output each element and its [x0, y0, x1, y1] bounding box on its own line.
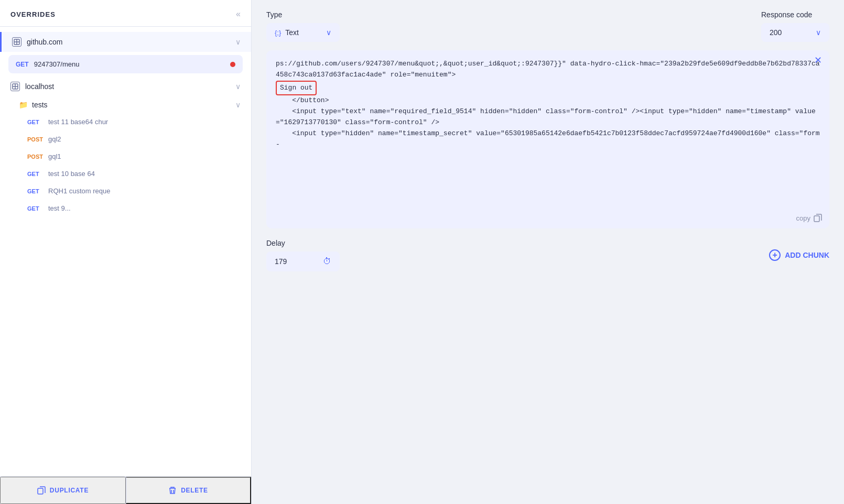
timer-icon: ⏱ — [323, 257, 331, 266]
top-row: Type {;} Text ∨ Response code 200 ∨ — [266, 10, 829, 42]
delay-input: 179 ⏱ — [266, 251, 340, 271]
active-get-path: 9247307/menu — [34, 60, 225, 68]
code-before: ps://github.com/users/9247307/menu&quot;… — [276, 60, 820, 79]
svg-rect-6 — [38, 488, 43, 494]
type-select-button[interactable]: {;} Text ∨ — [266, 23, 340, 42]
method-badge: POST — [27, 154, 48, 160]
red-dot-indicator — [230, 62, 235, 67]
add-chunk-label: ADD CHUNK — [785, 251, 829, 259]
delay-group: Delay 179 ⏱ — [266, 239, 340, 271]
chevron-down-icon: ∨ — [235, 38, 241, 46]
method-badge: GET — [27, 205, 48, 212]
type-value: Text — [285, 28, 299, 37]
test-name: gql2 — [48, 135, 61, 143]
tests-folder[interactable]: 📁 tests ∨ — [0, 96, 251, 113]
duplicate-label: DUPLICATE — [50, 487, 89, 494]
delete-icon — [168, 486, 177, 495]
github-domain-label: github.com — [27, 38, 232, 46]
sidebar-item-github[interactable]: github.com ∨ — [0, 32, 251, 52]
test-name: test 9... — [48, 204, 71, 212]
type-label: Type — [266, 10, 340, 19]
sidebar-title: OVERRIDES — [10, 10, 56, 18]
cube-icon-localhost — [10, 82, 20, 91]
folder-label: tests — [32, 101, 232, 109]
localhost-domain-label: localhost — [25, 82, 232, 91]
list-item[interactable]: GET RQH1 custom reque — [0, 182, 251, 200]
response-code-field-group: Response code 200 ∨ — [761, 10, 829, 42]
type-field-group: Type {;} Text ∨ — [266, 10, 340, 42]
sign-out-highlight: Sign out — [276, 81, 317, 96]
type-icon: {;} — [275, 29, 281, 37]
folder-chevron-icon: ∨ — [235, 101, 241, 109]
main-content: Type {;} Text ∨ Response code 200 ∨ ✕ ps… — [252, 0, 844, 504]
delay-row: Delay 179 ⏱ + ADD CHUNK — [266, 239, 829, 271]
sidebar-header: OVERRIDES « — [0, 0, 251, 27]
list-item[interactable]: POST gql2 — [0, 130, 251, 148]
method-badge: GET — [27, 188, 48, 194]
test-name: RQH1 custom reque — [48, 187, 111, 195]
active-method-badge: GET — [16, 61, 29, 68]
copy-label: copy — [796, 214, 810, 222]
close-button[interactable]: ✕ — [814, 56, 822, 65]
active-get-item[interactable]: GET 9247307/menu — [8, 55, 243, 73]
folder-icon: 📁 — [19, 101, 28, 109]
response-code-chevron-icon: ∨ — [816, 28, 821, 37]
duplicate-icon — [37, 486, 46, 495]
test-name: test 10 base 64 — [48, 170, 95, 178]
method-badge: POST — [27, 136, 48, 143]
code-area: ✕ ps://github.com/users/9247307/menu&quo… — [266, 50, 829, 228]
type-chevron-icon: ∨ — [326, 28, 331, 37]
code-content: ps://github.com/users/9247307/menu&quot;… — [276, 59, 820, 150]
method-badge: GET — [27, 119, 48, 125]
method-badge: GET — [27, 171, 48, 177]
response-code-value: 200 — [770, 28, 782, 37]
sidebar-footer: DUPLICATE DELETE — [0, 476, 251, 504]
add-chunk-icon: + — [769, 249, 781, 261]
sidebar: OVERRIDES « github.com ∨ GET 9247307/men… — [0, 0, 252, 504]
add-chunk-button[interactable]: + ADD CHUNK — [769, 249, 829, 261]
svg-rect-7 — [814, 216, 819, 222]
chevron-down-icon-localhost: ∨ — [235, 82, 241, 91]
delete-label: DELETE — [181, 487, 208, 494]
response-code-label: Response code — [761, 10, 829, 19]
code-after: </button> <input type="text" name="requi… — [276, 96, 820, 148]
list-item[interactable]: POST gql1 — [0, 148, 251, 165]
delay-value: 179 — [275, 257, 318, 266]
copy-icon — [814, 214, 822, 222]
sidebar-item-localhost[interactable]: localhost ∨ — [0, 76, 251, 96]
sidebar-list: github.com ∨ GET 9247307/menu localhost … — [0, 27, 251, 476]
list-item[interactable]: GET test 10 base 64 — [0, 165, 251, 182]
collapse-icon[interactable]: « — [236, 9, 241, 19]
duplicate-button[interactable]: DUPLICATE — [0, 477, 126, 504]
response-code-select-button[interactable]: 200 ∨ — [761, 23, 829, 42]
test-name: gql1 — [48, 152, 61, 160]
delete-button[interactable]: DELETE — [126, 477, 251, 504]
copy-button[interactable]: copy — [796, 214, 822, 222]
cube-icon — [12, 37, 21, 47]
test-name: test 11 base64 chur — [48, 118, 108, 126]
list-item[interactable]: GET test 11 base64 chur — [0, 113, 251, 130]
delay-label: Delay — [266, 239, 340, 247]
list-item[interactable]: GET test 9... — [0, 200, 251, 217]
